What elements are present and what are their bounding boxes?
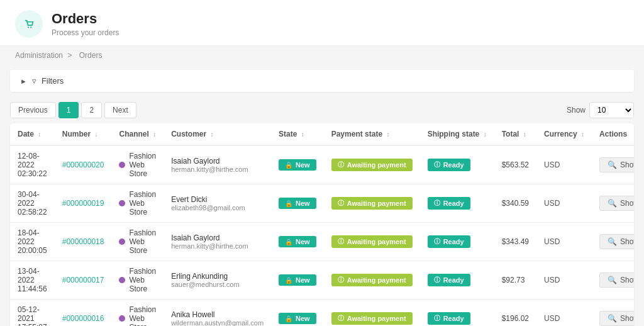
show-button-1[interactable]: 🔍 Show — [599, 196, 634, 211]
filter-expand-icon[interactable]: ► — [20, 77, 27, 85]
cell-total-2: $343.49 — [494, 223, 536, 261]
filter-label[interactable]: Filters — [42, 76, 64, 86]
state-badge-3: 🔒 New — [279, 274, 316, 286]
filter-bar: ► ▿ Filters — [10, 70, 634, 92]
order-link-3[interactable]: #000000017 — [62, 276, 104, 284]
show-button-2[interactable]: 🔍 Show — [599, 234, 634, 249]
shipping-badge-1: ⓘ Ready — [428, 197, 470, 210]
pagination-left: Previous 1 2 Next — [10, 102, 136, 118]
payment-badge-4: ⓘ Awaiting payment — [331, 312, 413, 325]
channel-name-0: Fashion Web Store — [129, 152, 156, 178]
prev-page-button[interactable]: Previous — [10, 102, 56, 118]
state-badge-1: 🔒 New — [279, 198, 316, 209]
col-channel[interactable]: Channel ↕ — [111, 123, 164, 145]
channel-name-1: Fashion Web Store — [129, 190, 156, 216]
orders-table-wrapper: Date ↕ Number ↓ Channel ↕ Customer ↕ Sta… — [10, 123, 634, 326]
state-badge-icon-0: 🔒 — [285, 162, 292, 169]
col-total[interactable]: Total ↕ — [494, 123, 536, 145]
show-button-4[interactable]: 🔍 Show — [599, 311, 634, 326]
channel-dot-2 — [119, 239, 125, 245]
cell-currency-3: USD — [536, 261, 592, 300]
cell-date-4: 05-12-2021 17:55:07 — [10, 300, 55, 327]
cell-customer-3: Erling Ankunding sauer@medhurst.com — [164, 261, 271, 300]
channel-dot-0 — [119, 162, 125, 168]
cell-channel-3: Fashion Web Store — [111, 261, 164, 300]
cell-total-3: $92.73 — [494, 261, 536, 300]
orders-icon — [15, 10, 43, 38]
state-badge-icon-2: 🔒 — [285, 239, 292, 245]
cell-date-2: 18-04-2022 20:00:05 — [10, 223, 55, 261]
channel-dot-3 — [119, 277, 125, 283]
breadcrumb-separator: > — [67, 51, 74, 60]
svg-point-0 — [21, 16, 37, 32]
cell-shipping-2: ⓘ Ready — [420, 223, 494, 261]
sort-total-icon: ↕ — [523, 131, 526, 138]
cell-shipping-4: ⓘ Ready — [420, 300, 494, 327]
orders-table: Date ↕ Number ↓ Channel ↕ Customer ↕ Sta… — [10, 123, 634, 326]
sort-payment-icon: ↕ — [386, 131, 389, 138]
payment-badge-1: ⓘ Awaiting payment — [331, 197, 413, 210]
show-button-0[interactable]: 🔍 Show — [599, 157, 634, 172]
cell-number-3: #000000017 — [55, 261, 112, 300]
cell-channel-1: Fashion Web Store — [111, 184, 164, 223]
col-number[interactable]: Number ↓ — [55, 123, 112, 145]
col-state[interactable]: State ↕ — [271, 123, 324, 145]
customer-email-3: sauer@medhurst.com — [171, 281, 264, 288]
page-1-button[interactable]: 1 — [58, 102, 79, 118]
cell-customer-2: Isaiah Gaylord herman.kitty@hirthe.com — [164, 223, 271, 261]
cell-number-1: #000000019 — [55, 184, 112, 223]
cell-state-2: 🔒 New — [271, 223, 324, 261]
customer-email-2: herman.kitty@hirthe.com — [171, 242, 264, 250]
cell-payment-2: ⓘ Awaiting payment — [324, 223, 420, 261]
next-page-button[interactable]: Next — [104, 102, 136, 118]
svg-point-2 — [30, 26, 31, 28]
table-body: 12-08-2022 02:30:22 #000000020 Fashion W… — [10, 145, 634, 326]
state-badge-icon-1: 🔒 — [285, 200, 292, 207]
cell-state-4: 🔒 New — [271, 300, 324, 327]
customer-email-4: wilderman.austyn@gmail.com — [171, 319, 264, 326]
cell-shipping-1: ⓘ Ready — [420, 184, 494, 223]
table-row: 12-08-2022 02:30:22 #000000020 Fashion W… — [10, 145, 634, 184]
table-row: 05-12-2021 17:55:07 #000000016 Fashion W… — [10, 300, 634, 327]
col-payment-state[interactable]: Payment state ↕ — [324, 123, 420, 145]
cell-customer-1: Evert Dicki elizabeth98@gmail.com — [164, 184, 271, 223]
state-badge-icon-3: 🔒 — [285, 277, 292, 284]
col-date[interactable]: Date ↕ — [10, 123, 55, 145]
show-button-3[interactable]: 🔍 Show — [599, 273, 634, 288]
col-shipping-state[interactable]: Shipping state ↕ — [420, 123, 494, 145]
cell-currency-1: USD — [536, 184, 592, 223]
customer-email-0: herman.kitty@hirthe.com — [171, 166, 264, 173]
channel-name-4: Fashion Web Store — [129, 305, 156, 326]
channel-dot-1 — [119, 200, 125, 206]
shipping-badge-icon-1: ⓘ — [434, 199, 440, 208]
cell-date-3: 13-04-2022 11:44:56 — [10, 261, 55, 300]
cell-number-0: #000000020 — [55, 145, 112, 184]
show-icon-1: 🔍 — [608, 199, 617, 208]
page-header: Orders Process your orders — [0, 0, 644, 46]
sort-customer-icon: ↕ — [211, 131, 214, 138]
col-customer[interactable]: Customer ↕ — [164, 123, 271, 145]
cell-customer-4: Anika Howell wilderman.austyn@gmail.com — [164, 300, 271, 327]
cell-actions-4: 🔍 Show — [592, 300, 634, 327]
cell-channel-4: Fashion Web Store — [111, 300, 164, 327]
order-link-4[interactable]: #000000016 — [62, 314, 104, 323]
cell-state-0: 🔒 New — [271, 145, 324, 184]
show-count-select[interactable]: 10 25 50 100 — [589, 102, 634, 118]
payment-badge-2: ⓘ Awaiting payment — [331, 235, 413, 248]
payment-badge-3: ⓘ Awaiting payment — [331, 274, 413, 286]
cell-date-0: 12-08-2022 02:30:22 — [10, 145, 55, 184]
shipping-badge-icon-0: ⓘ — [434, 160, 440, 169]
customer-email-1: elizabeth98@gmail.com — [171, 204, 264, 211]
order-link-0[interactable]: #000000020 — [62, 160, 104, 169]
breadcrumb-admin[interactable]: Administration — [15, 51, 63, 60]
sort-state-icon: ↕ — [301, 131, 304, 138]
state-badge-2: 🔒 New — [279, 236, 316, 247]
order-link-2[interactable]: #000000018 — [62, 237, 104, 246]
page-2-button[interactable]: 2 — [81, 102, 102, 118]
cell-total-0: $563.52 — [494, 145, 536, 184]
table-row: 18-04-2022 20:00:05 #000000018 Fashion W… — [10, 223, 634, 261]
col-currency[interactable]: Currency ↕ — [536, 123, 592, 145]
order-link-1[interactable]: #000000019 — [62, 199, 104, 208]
channel-name-2: Fashion Web Store — [129, 228, 156, 255]
payment-badge-icon-2: ⓘ — [338, 237, 344, 246]
